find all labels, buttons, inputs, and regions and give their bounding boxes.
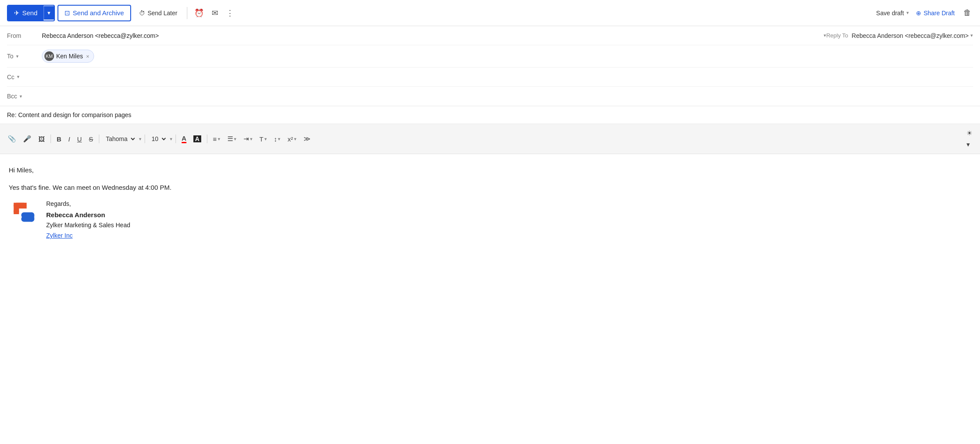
save-draft-label: Save draft <box>876 10 904 17</box>
share-draft-label: Share Draft <box>923 10 955 17</box>
body-line1: Yes that's fine. We can meet on Wednesda… <box>9 182 971 193</box>
format-sep-4 <box>176 135 176 143</box>
font-size-chevron-icon: ▾ <box>170 136 172 142</box>
toolbar-right: Save draft ▾ ⊕ Share Draft 🗑 <box>876 7 973 19</box>
highlight-button[interactable]: A <box>191 134 204 144</box>
font-family-select[interactable]: Tahoma <box>102 134 136 144</box>
clock-icon: ⏱ <box>139 10 145 17</box>
to-row: To ▾ KM Ken Miles × <box>7 45 973 67</box>
to-field[interactable]: KM Ken Miles × <box>42 50 973 63</box>
sig-company-link[interactable]: Zylker Inc <box>46 232 73 239</box>
italic-button[interactable]: I <box>66 134 73 145</box>
highlight-icon: A <box>193 135 201 142</box>
reply-to-value: Rebecca Anderson <rebecca@zylker.com> <box>852 32 969 39</box>
superscript-chevron-icon: ▾ <box>294 136 297 142</box>
list-icon: ☰ <box>227 135 233 143</box>
font-chevron-icon: ▾ <box>139 136 142 142</box>
from-row: From Rebecca Anderson <rebecca@zylker.co… <box>7 26 973 45</box>
superscript-icon: x² <box>287 135 293 143</box>
subject-text: Re: Content and design for comparison pa… <box>7 111 132 118</box>
attach-button[interactable]: 📎 <box>5 133 19 145</box>
format-sep-3 <box>145 135 145 143</box>
subject-row: Re: Content and design for comparison pa… <box>0 106 980 124</box>
to-chevron-icon: ▾ <box>16 54 19 59</box>
format-sep-2 <box>99 135 99 143</box>
line-height-chevron-icon: ▾ <box>278 136 280 142</box>
text-style-icon: T <box>260 135 264 143</box>
trash-icon: 🗑 <box>963 8 971 17</box>
align-button[interactable]: ≡ ▾ <box>210 134 223 145</box>
list-chevron-icon: ▾ <box>234 136 237 142</box>
remove-recipient-button[interactable]: × <box>85 53 90 60</box>
underline-icon: U <box>77 135 82 143</box>
svg-rect-1 <box>14 209 19 214</box>
save-draft-button[interactable]: Save draft ▾ <box>876 10 909 17</box>
send-button[interactable]: ✈ Send <box>8 6 44 20</box>
bcc-label[interactable]: Bcc ▾ <box>7 93 42 100</box>
delete-button[interactable]: 🗑 <box>962 7 973 19</box>
toolbar-divider <box>187 7 187 19</box>
more-icon: ⋮ <box>226 8 234 18</box>
reply-to-label: Reply To <box>826 32 848 39</box>
send-archive-button[interactable]: ⊡ Send and Archive <box>57 5 131 21</box>
envelope-icon: ✉ <box>212 8 218 18</box>
strikethrough-button[interactable]: S <box>86 134 96 145</box>
align-icon: ≡ <box>213 135 217 143</box>
svg-rect-0 <box>14 203 27 209</box>
body-greeting: Hi Miles, <box>9 165 971 176</box>
email-body[interactable]: Hi Miles, Yes that's fine. We can meet o… <box>0 154 980 252</box>
underline-button[interactable]: U <box>74 134 84 145</box>
list-button[interactable]: ☰ ▾ <box>225 133 239 145</box>
format-sep-5 <box>207 135 207 143</box>
more-options-button[interactable]: ⋮ <box>223 7 237 20</box>
font-size-select[interactable]: 10 <box>148 134 167 144</box>
send-archive-label: Send and Archive <box>73 9 124 17</box>
microphone-icon: 🎤 <box>23 135 31 143</box>
line-height-button[interactable]: ↕ ▾ <box>271 134 284 145</box>
brightness-button[interactable]: ☀ <box>964 128 975 139</box>
cc-chevron-icon: ▾ <box>17 74 20 80</box>
brightness-icon: ☀ <box>966 129 972 137</box>
bcc-row: Bcc ▾ <box>7 87 973 106</box>
strikethrough-icon: S <box>89 135 93 143</box>
format-expand-button[interactable]: ▾ <box>964 139 973 150</box>
indent-button[interactable]: ⇥ ▾ <box>241 133 255 145</box>
more-format-button[interactable]: ≫ <box>301 133 313 145</box>
send-later-button[interactable]: ⏱ Send Later <box>134 6 183 20</box>
recipient-name: Ken Miles <box>56 53 83 60</box>
save-draft-chevron: ▾ <box>906 10 909 16</box>
sig-regards: Regards, <box>46 199 130 209</box>
email-signature: Regards, Rebecca Anderson Zylker Marketi… <box>9 199 971 241</box>
cc-label[interactable]: Cc ▾ <box>7 74 42 81</box>
archive-icon: ⊡ <box>64 9 70 17</box>
image-button[interactable]: 🖼 <box>36 134 47 145</box>
recipient-tag-ken-miles: KM Ken Miles × <box>42 50 94 63</box>
alarm-icon: ⏰ <box>194 8 204 18</box>
italic-icon: I <box>68 135 70 143</box>
from-value: Rebecca Anderson <rebecca@zylker.com> <box>42 32 822 39</box>
send-dropdown-button[interactable]: ▾ <box>44 6 54 20</box>
send-button-label: Send <box>22 9 37 17</box>
envelope-icon-button[interactable]: ✉ <box>209 7 221 20</box>
format-toolbar-right: ☀ ▾ <box>964 128 975 150</box>
paperclip-icon: 📎 <box>8 135 16 143</box>
bold-button[interactable]: B <box>54 134 64 145</box>
compose-toolbar: ✈ Send ▾ ⊡ Send and Archive ⏱ Send Later… <box>0 0 980 26</box>
bold-icon: B <box>57 135 61 143</box>
font-color-button[interactable]: A <box>179 133 189 145</box>
alarm-icon-button[interactable]: ⏰ <box>192 7 206 20</box>
share-draft-button[interactable]: ⊕ Share Draft <box>916 10 955 17</box>
superscript-button[interactable]: x² ▾ <box>285 134 299 145</box>
text-style-chevron-icon: ▾ <box>264 136 267 142</box>
to-label[interactable]: To ▾ <box>7 53 42 60</box>
send-button-group: ✈ Send ▾ <box>7 5 55 21</box>
cc-row: Cc ▾ <box>7 67 973 87</box>
from-label: From <box>7 32 42 39</box>
sig-title: Zylker Marketing & Sales Head <box>46 220 130 231</box>
audio-button[interactable]: 🎤 <box>20 133 34 145</box>
line-height-icon: ↕ <box>274 135 277 143</box>
align-chevron-icon: ▾ <box>218 136 220 142</box>
font-color-icon: A <box>182 135 186 143</box>
text-style-button[interactable]: T ▾ <box>257 134 270 145</box>
bcc-chevron-icon: ▾ <box>20 94 22 99</box>
